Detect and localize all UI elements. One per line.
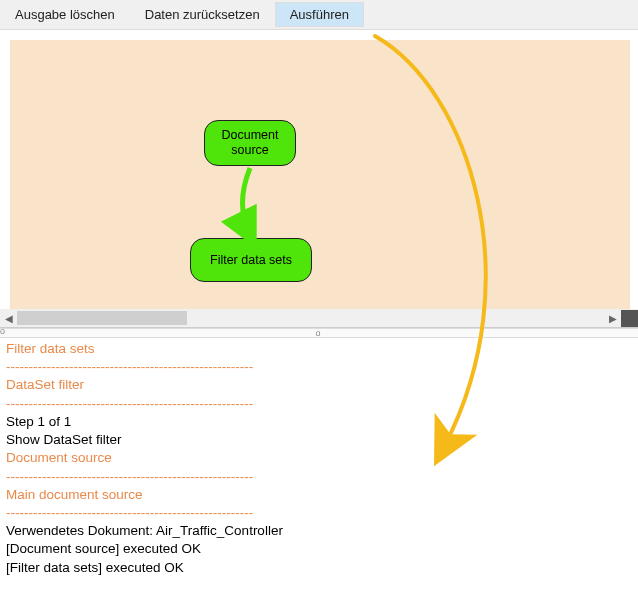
horizontal-scrollbar[interactable]: ◀ ▶ xyxy=(0,309,638,327)
scroll-track[interactable] xyxy=(17,310,604,327)
node-document-source[interactable]: Document source xyxy=(204,120,296,166)
output-line: Filter data sets xyxy=(6,340,632,358)
scroll-thumb[interactable] xyxy=(17,311,187,325)
workflow-canvas[interactable]: Document source Filter data sets xyxy=(10,40,630,309)
node-connector-arrow xyxy=(10,40,630,309)
splitter-grip-icon: o xyxy=(315,328,322,338)
output-line: ----------------------------------------… xyxy=(6,504,632,522)
scroll-right-icon[interactable]: ▶ xyxy=(604,310,621,327)
output-line: ----------------------------------------… xyxy=(6,468,632,486)
output-line: [Document source] executed OK xyxy=(6,540,632,558)
output-line: DataSet filter xyxy=(6,376,632,394)
scroll-corner xyxy=(621,310,638,327)
output-line: Main document source xyxy=(6,486,632,504)
pane-splitter[interactable]: o o xyxy=(0,328,638,338)
scroll-left-icon[interactable]: ◀ xyxy=(0,310,17,327)
node-filter-data-sets[interactable]: Filter data sets xyxy=(190,238,312,282)
workflow-canvas-container: Document source Filter data sets ◀ ▶ xyxy=(0,30,638,328)
node-label: Document source xyxy=(213,128,287,158)
clear-output-button[interactable]: Ausgabe löschen xyxy=(0,2,130,27)
output-line: Step 1 of 1 xyxy=(6,413,632,431)
toolbar: Ausgabe löschen Daten zurücksetzen Ausfü… xyxy=(0,0,638,30)
output-line: Document source xyxy=(6,449,632,467)
output-line: ----------------------------------------… xyxy=(6,358,632,376)
output-panel: Filter data sets------------------------… xyxy=(0,338,638,612)
reset-data-button[interactable]: Daten zurücksetzen xyxy=(130,2,275,27)
output-line: [Filter data sets] executed OK xyxy=(6,559,632,577)
execute-button[interactable]: Ausführen xyxy=(275,2,364,27)
output-line: Verwendetes Dokument: Air_Traffic_Contro… xyxy=(6,522,632,540)
node-label: Filter data sets xyxy=(210,253,292,268)
output-line: Show DataSet filter xyxy=(6,431,632,449)
output-line: ----------------------------------------… xyxy=(6,395,632,413)
splitter-grip-icon: o xyxy=(0,326,5,336)
